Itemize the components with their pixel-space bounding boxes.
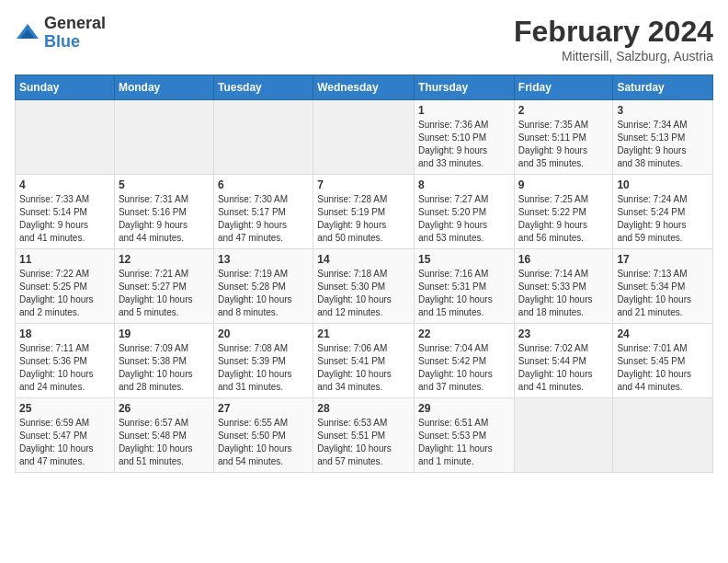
calendar-week-row: 4Sunrise: 7:33 AM Sunset: 5:14 PM Daylig… [16,175,713,249]
day-number: 6 [218,178,309,191]
day-info: Sunrise: 7:01 AM Sunset: 5:45 PM Dayligh… [617,342,709,394]
logo: General Blue [15,15,106,52]
logo-text: General Blue [44,15,106,52]
table-row [613,398,713,473]
day-number: 8 [418,178,510,191]
day-info: Sunrise: 7:18 AM Sunset: 5:30 PM Dayligh… [317,268,410,319]
day-info: Sunrise: 7:27 AM Sunset: 5:20 PM Dayligh… [418,193,510,245]
header-thursday: Thursday [415,75,515,100]
day-number: 3 [617,104,709,117]
table-row: 11Sunrise: 7:22 AM Sunset: 5:25 PM Dayli… [16,249,115,324]
table-row: 22Sunrise: 7:04 AM Sunset: 5:42 PM Dayli… [415,324,515,398]
day-number: 20 [218,327,309,340]
day-info: Sunrise: 7:30 AM Sunset: 5:17 PM Dayligh… [218,193,309,245]
day-number: 25 [19,402,110,415]
day-info: Sunrise: 7:02 AM Sunset: 5:44 PM Dayligh… [518,342,609,394]
table-row: 21Sunrise: 7:06 AM Sunset: 5:41 PM Dayli… [313,324,415,398]
table-row: 8Sunrise: 7:27 AM Sunset: 5:20 PM Daylig… [415,175,515,249]
day-number: 29 [418,402,510,415]
table-row: 4Sunrise: 7:33 AM Sunset: 5:14 PM Daylig… [16,175,115,249]
day-info: Sunrise: 7:09 AM Sunset: 5:38 PM Dayligh… [119,342,210,394]
table-row [313,100,415,175]
table-row: 23Sunrise: 7:02 AM Sunset: 5:44 PM Dayli… [514,324,613,398]
day-number: 19 [119,327,210,340]
day-number: 28 [317,402,410,415]
table-row: 10Sunrise: 7:24 AM Sunset: 5:24 PM Dayli… [613,175,713,249]
table-row: 2Sunrise: 7:35 AM Sunset: 5:11 PM Daylig… [514,100,613,175]
table-row: 16Sunrise: 7:14 AM Sunset: 5:33 PM Dayli… [514,249,613,324]
table-row: 20Sunrise: 7:08 AM Sunset: 5:39 PM Dayli… [213,324,313,398]
day-info: Sunrise: 7:24 AM Sunset: 5:24 PM Dayligh… [617,193,709,245]
day-info: Sunrise: 7:16 AM Sunset: 5:31 PM Dayligh… [418,268,510,319]
day-number: 23 [518,327,609,340]
table-row: 7Sunrise: 7:28 AM Sunset: 5:19 PM Daylig… [313,175,415,249]
day-info: Sunrise: 7:35 AM Sunset: 5:11 PM Dayligh… [518,119,609,170]
table-row: 14Sunrise: 7:18 AM Sunset: 5:30 PM Dayli… [313,249,415,324]
table-row [114,100,213,175]
calendar-week-row: 18Sunrise: 7:11 AM Sunset: 5:36 PM Dayli… [16,324,713,398]
day-number: 10 [617,178,709,191]
calendar-body: 1Sunrise: 7:36 AM Sunset: 5:10 PM Daylig… [16,100,713,473]
day-info: Sunrise: 7:22 AM Sunset: 5:25 PM Dayligh… [19,268,110,319]
logo-icon [15,20,40,46]
table-row: 28Sunrise: 6:53 AM Sunset: 5:51 PM Dayli… [313,398,415,473]
day-number: 21 [317,327,410,340]
header-friday: Friday [514,75,613,100]
header-sunday: Sunday [16,75,115,100]
calendar-header: Sunday Monday Tuesday Wednesday Thursday… [16,75,713,100]
table-row [16,100,115,175]
table-row: 17Sunrise: 7:13 AM Sunset: 5:34 PM Dayli… [613,249,713,324]
header-wednesday: Wednesday [313,75,415,100]
day-number: 4 [19,178,110,191]
table-row: 9Sunrise: 7:25 AM Sunset: 5:22 PM Daylig… [514,175,613,249]
day-info: Sunrise: 6:55 AM Sunset: 5:50 PM Dayligh… [218,417,309,468]
day-number: 18 [19,327,110,340]
day-info: Sunrise: 7:28 AM Sunset: 5:19 PM Dayligh… [317,193,410,245]
table-row: 26Sunrise: 6:57 AM Sunset: 5:48 PM Dayli… [114,398,213,473]
day-number: 13 [218,253,309,266]
month-title: February 2024 [514,15,713,49]
calendar-week-row: 11Sunrise: 7:22 AM Sunset: 5:25 PM Dayli… [16,249,713,324]
day-info: Sunrise: 6:59 AM Sunset: 5:47 PM Dayligh… [19,417,110,468]
day-info: Sunrise: 7:04 AM Sunset: 5:42 PM Dayligh… [418,342,510,394]
table-row: 18Sunrise: 7:11 AM Sunset: 5:36 PM Dayli… [16,324,115,398]
table-row [213,100,313,175]
header-monday: Monday [114,75,213,100]
day-info: Sunrise: 7:25 AM Sunset: 5:22 PM Dayligh… [518,193,609,245]
day-number: 2 [518,104,609,117]
logo-blue: Blue [44,33,106,52]
day-number: 26 [119,402,210,415]
calendar: Sunday Monday Tuesday Wednesday Thursday… [15,75,713,473]
day-number: 17 [617,253,709,266]
day-number: 12 [119,253,210,266]
table-row: 12Sunrise: 7:21 AM Sunset: 5:27 PM Dayli… [114,249,213,324]
day-info: Sunrise: 7:06 AM Sunset: 5:41 PM Dayligh… [317,342,410,394]
table-row: 27Sunrise: 6:55 AM Sunset: 5:50 PM Dayli… [213,398,313,473]
day-number: 22 [418,327,510,340]
day-number: 11 [19,253,110,266]
table-row: 1Sunrise: 7:36 AM Sunset: 5:10 PM Daylig… [415,100,515,175]
header-saturday: Saturday [613,75,713,100]
day-info: Sunrise: 7:33 AM Sunset: 5:14 PM Dayligh… [19,193,110,245]
page-header: General Blue February 2024 Mittersill, S… [15,15,713,63]
table-row: 13Sunrise: 7:19 AM Sunset: 5:28 PM Dayli… [213,249,313,324]
logo-general: General [44,15,106,33]
day-info: Sunrise: 7:19 AM Sunset: 5:28 PM Dayligh… [218,268,309,319]
table-row: 6Sunrise: 7:30 AM Sunset: 5:17 PM Daylig… [213,175,313,249]
day-info: Sunrise: 7:36 AM Sunset: 5:10 PM Dayligh… [418,119,510,170]
day-info: Sunrise: 6:53 AM Sunset: 5:51 PM Dayligh… [317,417,410,468]
header-tuesday: Tuesday [213,75,313,100]
location: Mittersill, Salzburg, Austria [514,49,713,63]
title-block: February 2024 Mittersill, Salzburg, Aust… [514,15,713,63]
table-row: 15Sunrise: 7:16 AM Sunset: 5:31 PM Dayli… [415,249,515,324]
table-row: 25Sunrise: 6:59 AM Sunset: 5:47 PM Dayli… [16,398,115,473]
day-number: 27 [218,402,309,415]
table-row: 24Sunrise: 7:01 AM Sunset: 5:45 PM Dayli… [613,324,713,398]
day-info: Sunrise: 7:21 AM Sunset: 5:27 PM Dayligh… [119,268,210,319]
table-row: 5Sunrise: 7:31 AM Sunset: 5:16 PM Daylig… [114,175,213,249]
day-info: Sunrise: 6:51 AM Sunset: 5:53 PM Dayligh… [418,417,510,468]
table-row [514,398,613,473]
table-row: 3Sunrise: 7:34 AM Sunset: 5:13 PM Daylig… [613,100,713,175]
day-info: Sunrise: 7:08 AM Sunset: 5:39 PM Dayligh… [218,342,309,394]
day-number: 1 [418,104,510,117]
